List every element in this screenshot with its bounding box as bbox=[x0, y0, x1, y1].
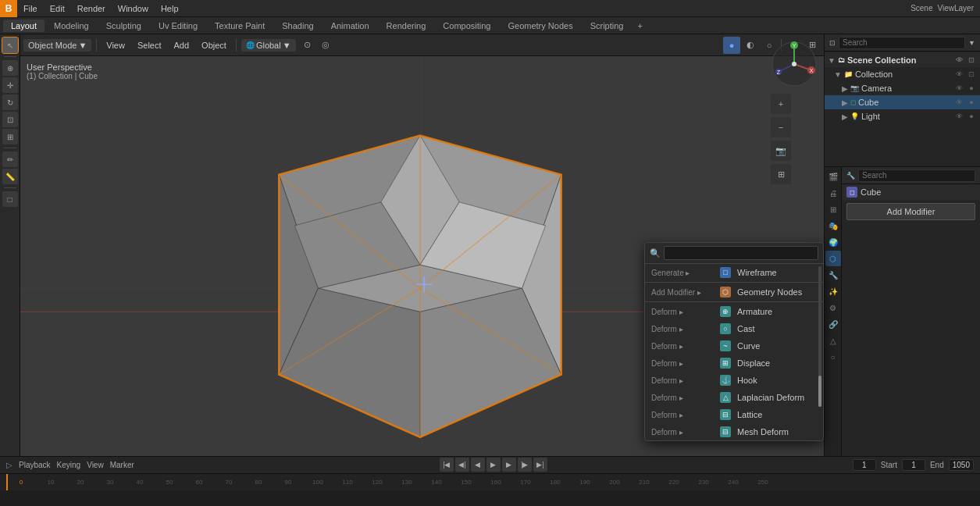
modifier-item-mesh-deform[interactable]: Deform ▸ ⊟ Mesh Deform bbox=[645, 423, 823, 440]
tab-animation[interactable]: Animation bbox=[323, 20, 377, 32]
cube-render[interactable]: ● bbox=[966, 97, 977, 108]
menu-window[interactable]: Window bbox=[112, 2, 155, 15]
menu-file[interactable]: File bbox=[17, 2, 44, 15]
scene-collection-visibility[interactable]: 👁 bbox=[953, 55, 964, 66]
viewport-select-menu[interactable]: Select bbox=[133, 39, 166, 52]
scene-collection-restrict[interactable]: ⊡ bbox=[966, 55, 977, 66]
prev-keyframe-btn[interactable]: ◀| bbox=[455, 458, 469, 472]
camera-view-btn[interactable]: 📷 bbox=[771, 141, 791, 161]
tool-move[interactable]: ✛ bbox=[2, 77, 18, 93]
collection-exclude[interactable]: ⊡ bbox=[966, 69, 977, 80]
tab-sculpting[interactable]: Sculpting bbox=[98, 20, 149, 32]
jump-end-btn[interactable]: ▶| bbox=[533, 458, 547, 472]
prop-material-btn[interactable]: ○ bbox=[825, 349, 841, 365]
prop-object-btn[interactable]: ⬡ bbox=[825, 251, 841, 266]
camera-row[interactable]: ▶ 📷 Camera 👁 ● bbox=[825, 81, 980, 95]
tab-texture-paint[interactable]: Texture Paint bbox=[207, 20, 273, 32]
object-mode-dropdown[interactable]: Object Mode ▼ bbox=[23, 39, 91, 52]
tool-scale[interactable]: ⊡ bbox=[2, 112, 18, 127]
light-row[interactable]: ▶ 💡 Light 👁 ● bbox=[825, 109, 980, 123]
outliner-filter-btn[interactable]: ▼ bbox=[968, 39, 975, 47]
prop-world-btn[interactable]: 🌍 bbox=[825, 234, 841, 250]
scene-collection-row[interactable]: ▼ 🗂 Scene Collection 👁 ⊡ bbox=[825, 53, 980, 67]
modifier-scrollbar-thumb[interactable] bbox=[818, 376, 821, 407]
tool-add-cube[interactable]: □ bbox=[2, 191, 18, 207]
properties-search-input[interactable] bbox=[858, 169, 975, 182]
transform-dropdown[interactable]: 🌐 Global ▼ bbox=[241, 39, 296, 52]
modifier-search-input[interactable] bbox=[664, 246, 818, 260]
prev-frame-btn[interactable]: ◀ bbox=[471, 458, 485, 472]
add-modifier-button[interactable]: Add Modifier bbox=[846, 203, 975, 220]
tab-geometry-nodes[interactable]: Geometry Nodes bbox=[500, 20, 580, 32]
menu-render[interactable]: Render bbox=[71, 2, 112, 15]
modifier-item-wireframe[interactable]: Generate ▸ □ Wireframe bbox=[645, 264, 823, 281]
modifier-item-hook[interactable]: Deform ▸ ⚓ Hook bbox=[645, 372, 823, 389]
end-frame-field[interactable]: 1050 bbox=[949, 459, 974, 471]
snap-toggle[interactable]: ⊙ bbox=[299, 37, 316, 54]
tool-cursor[interactable]: ⊕ bbox=[2, 60, 18, 76]
modifier-item-laplacian[interactable]: Deform ▸ △ Laplacian Deform bbox=[645, 389, 823, 406]
modifier-item-armature[interactable]: Deform ▸ ⊕ Armature bbox=[645, 303, 823, 320]
prop-scene-btn[interactable]: 🎭 bbox=[825, 218, 841, 233]
add-workspace-tab[interactable]: + bbox=[633, 20, 647, 32]
prop-modifier-btn[interactable]: 🔧 bbox=[825, 267, 841, 283]
play-btn[interactable]: ▶ bbox=[486, 458, 501, 472]
tool-transform[interactable]: ⊞ bbox=[2, 129, 18, 144]
app-logo[interactable]: B bbox=[0, 0, 17, 17]
playback-menu[interactable]: Playback bbox=[19, 461, 51, 469]
prop-output-btn[interactable]: 🖨 bbox=[825, 185, 841, 201]
camera-visibility[interactable]: 👁 bbox=[953, 83, 964, 94]
zoom-in-btn[interactable]: + bbox=[771, 94, 791, 114]
axis-gizmo[interactable]: Y X Z bbox=[771, 41, 818, 87]
outliner-search-input[interactable] bbox=[839, 37, 965, 49]
next-keyframe-btn[interactable]: |▶ bbox=[518, 458, 532, 472]
viewport-shading-material[interactable]: ◐ bbox=[742, 37, 759, 54]
viewport-add-menu[interactable]: Add bbox=[169, 39, 194, 52]
tab-layout[interactable]: Layout bbox=[3, 20, 45, 32]
marker-menu[interactable]: Marker bbox=[110, 461, 134, 469]
tool-rotate[interactable]: ↻ bbox=[2, 94, 18, 110]
viewport-shading-solid[interactable]: ● bbox=[723, 37, 740, 54]
cube-visibility[interactable]: 👁 bbox=[953, 97, 964, 108]
menu-edit[interactable]: Edit bbox=[44, 2, 71, 15]
prop-view-layer-btn[interactable]: ⊞ bbox=[825, 201, 841, 217]
viewport-object-menu[interactable]: Object bbox=[197, 39, 231, 52]
modifier-item-curve[interactable]: Deform ▸ ~ Curve bbox=[645, 337, 823, 355]
prop-data-btn[interactable]: △ bbox=[825, 333, 841, 348]
prop-particles-btn[interactable]: ✨ bbox=[825, 283, 841, 299]
modifier-item-geometry-nodes[interactable]: Add Modifier ▸ ⬡ Geometry Nodes bbox=[645, 283, 823, 301]
tool-annotate[interactable]: ✏ bbox=[2, 151, 18, 167]
prop-constraints-btn[interactable]: 🔗 bbox=[825, 316, 841, 332]
tool-measure[interactable]: 📏 bbox=[2, 169, 18, 184]
camera-render[interactable]: ● bbox=[966, 83, 977, 94]
start-frame-field[interactable]: 1 bbox=[902, 459, 925, 471]
tool-select[interactable]: ↖ bbox=[2, 37, 18, 53]
current-frame-field[interactable]: 1 bbox=[853, 459, 876, 471]
cube-row[interactable]: ▶ ◻ Cube 👁 ● bbox=[825, 95, 980, 109]
collection-row[interactable]: ▼ 📁 Collection 👁 ⊡ bbox=[825, 67, 980, 81]
next-frame-btn[interactable]: ▶ bbox=[502, 458, 516, 472]
light-render[interactable]: ● bbox=[966, 111, 977, 122]
tab-rendering[interactable]: Rendering bbox=[379, 20, 434, 32]
collection-visibility[interactable]: 👁 bbox=[953, 69, 964, 80]
prop-render-btn[interactable]: 🎬 bbox=[825, 169, 841, 184]
modifier-item-lattice[interactable]: Deform ▸ ⊟ Lattice bbox=[645, 406, 823, 423]
modifier-scrollbar[interactable] bbox=[818, 266, 821, 407]
tab-uv-editing[interactable]: Uv Editing bbox=[151, 20, 205, 32]
proportional-edit[interactable]: ◎ bbox=[317, 37, 334, 54]
tab-modeling[interactable]: Modeling bbox=[46, 20, 97, 32]
zoom-out-btn[interactable]: − bbox=[771, 117, 791, 137]
tab-scripting[interactable]: Scripting bbox=[583, 20, 632, 32]
light-visibility[interactable]: 👁 bbox=[953, 111, 964, 122]
modifier-item-displace[interactable]: Deform ▸ ⊞ Displace bbox=[645, 355, 823, 372]
tab-shading[interactable]: Shading bbox=[274, 20, 321, 32]
keying-menu[interactable]: Keying bbox=[57, 461, 81, 469]
tab-compositing[interactable]: Compositing bbox=[435, 20, 498, 32]
jump-start-btn[interactable]: |◀ bbox=[440, 458, 454, 472]
modifier-item-cast[interactable]: Deform ▸ ○ Cast bbox=[645, 320, 823, 337]
prop-physics-btn[interactable]: ⚙ bbox=[825, 300, 841, 315]
viewport-view-menu[interactable]: View bbox=[102, 39, 130, 52]
timeline-view-menu[interactable]: View bbox=[87, 461, 104, 469]
quad-view-btn[interactable]: ⊞ bbox=[771, 164, 791, 184]
menu-help[interactable]: Help bbox=[155, 2, 185, 15]
